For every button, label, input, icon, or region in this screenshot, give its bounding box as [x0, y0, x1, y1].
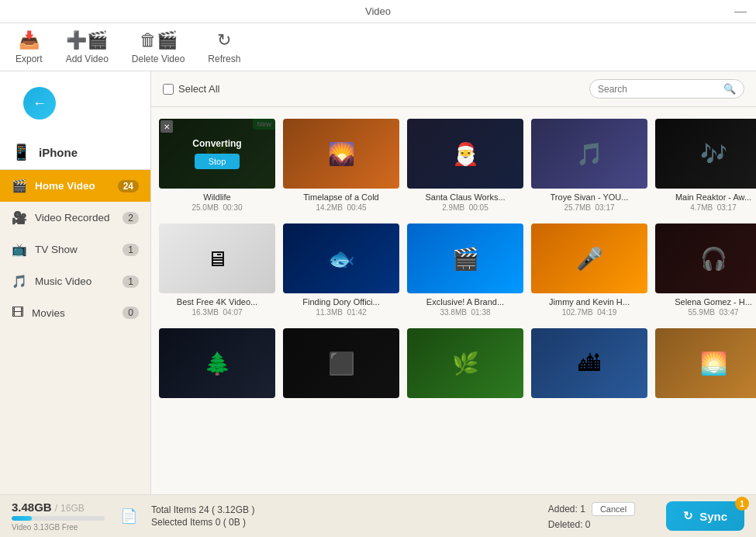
video-title-v2: Timelapse of a Cold [303, 192, 378, 202]
video-thumbnail-v9: 🎤 [531, 223, 647, 293]
content-area: Select All 🔍 🌿 ✕ New Converting Stop Wil… [151, 71, 756, 494]
content-header: Select All 🔍 [151, 71, 756, 107]
video-grid: 🌿 ✕ New Converting Stop Wildlife 25.0MB … [151, 107, 756, 494]
thumb-preview-v3: 🎅 [407, 119, 523, 189]
sidebar: ← 📱 iPhone 🎬 Home Video 24 🎥 Video Recor… [0, 71, 151, 494]
delete-video-icon: 🗑🎬 [140, 30, 178, 50]
search-input[interactable] [598, 84, 720, 95]
sidebar-icon-tv-show: 📺 [12, 242, 27, 257]
select-all-label: Select All [178, 83, 219, 95]
thumb-preview-v8: 🎬 [407, 223, 523, 293]
video-item-v12[interactable]: ⬛ [283, 328, 399, 402]
sidebar-count-tv-show: 1 [123, 244, 139, 256]
video-meta-v8: 33.8MB 01:38 [440, 308, 490, 317]
delete-video-button[interactable]: 🗑🎬 Delete Video [132, 30, 185, 64]
added-row: Added: 1 Cancel [548, 502, 635, 516]
thumb-preview-v11: 🌲 [159, 328, 275, 398]
sidebar-label-tv-show: TV Show [35, 244, 78, 255]
video-item-v10[interactable]: 🎧 Selena Gomez - H... 55.9MB 03:47 [655, 223, 756, 317]
thumb-preview-v9: 🎤 [531, 223, 647, 293]
added-info: Added: 1 Cancel Deleted: 0 [548, 502, 635, 530]
thumb-preview-v2: 🌄 [283, 119, 399, 189]
deleted-label: Deleted: 0 [548, 519, 591, 530]
close-icon[interactable]: ✕ [161, 120, 173, 133]
thumb-preview-v10: 🎧 [655, 223, 756, 293]
status-bar: 3.48GB / 16GB Video 3.13GB Free 📄 Total … [0, 494, 756, 537]
select-all-area: Select All [163, 83, 582, 95]
video-item-v8[interactable]: 🎬 Exclusive! A Brand... 33.8MB 01:38 [407, 223, 523, 317]
video-thumbnail-v6: 🖥 [159, 223, 275, 293]
back-button[interactable]: ← [23, 87, 56, 120]
toolbar: 📥 Export ➕🎬 Add Video 🗑🎬 Delete Video ↻ … [0, 23, 756, 71]
video-thumbnail-v4: 🎵 [531, 119, 647, 189]
selected-items: Selected Items 0 ( 0B ) [151, 517, 254, 528]
minimize-button[interactable]: — [734, 5, 747, 19]
video-item-v14[interactable]: 🏙 [531, 328, 647, 402]
video-thumbnail-v2: 🌄 [283, 119, 399, 189]
video-thumbnail-v3: 🎅 [407, 119, 523, 189]
video-item-v1[interactable]: 🌿 ✕ New Converting Stop Wildlife 25.0MB … [159, 119, 275, 212]
select-all-checkbox[interactable] [163, 84, 174, 95]
thumb-preview-v6: 🖥 [159, 223, 275, 293]
thumb-preview-v7: 🐟 [283, 223, 399, 293]
video-item-v13[interactable]: 🌿 [407, 328, 523, 402]
video-title-v5: Main Reaktor - Aw... [675, 192, 751, 202]
video-meta-v6: 16.3MB 04:07 [192, 308, 242, 317]
sidebar-item-tv-show[interactable]: 📺 TV Show 1 [0, 234, 150, 265]
sidebar-icon-video-recorded: 🎥 [12, 210, 27, 225]
storage-free-text: Video 3.13GB Free [12, 523, 105, 532]
video-item-v15[interactable]: 🌅 [655, 328, 756, 402]
video-thumbnail-v15: 🌅 [655, 328, 756, 398]
video-thumbnail-v8: 🎬 [407, 223, 523, 293]
device-label-row: 📱 iPhone [0, 135, 150, 170]
main-layout: ← 📱 iPhone 🎬 Home Video 24 🎥 Video Recor… [0, 71, 756, 494]
cancel-button[interactable]: Cancel [592, 502, 635, 516]
thumb-preview-v14: 🏙 [531, 328, 647, 398]
video-item-v5[interactable]: 🎶 Main Reaktor - Aw... 4.7MB 03:17 [655, 119, 756, 212]
thumb-preview-v12: ⬛ [283, 328, 399, 398]
thumb-preview-v4: 🎵 [531, 119, 647, 189]
deleted-row: Deleted: 0 [548, 519, 635, 530]
sidebar-items: 🎬 Home Video 24 🎥 Video Recorded 2 📺 TV … [0, 170, 150, 494]
video-meta-v10: 55.9MB 03:47 [688, 308, 738, 317]
thumb-preview-v13: 🌿 [407, 328, 523, 398]
video-meta-v4: 25.7MB 03:17 [564, 203, 614, 212]
refresh-button[interactable]: ↻ Refresh [208, 30, 240, 64]
converting-overlay: Converting Stop [159, 119, 275, 189]
storage-divider: / [55, 503, 57, 514]
added-label: Added: 1 [548, 504, 585, 514]
sidebar-item-video-recorded[interactable]: 🎥 Video Recorded 2 [0, 202, 150, 234]
thumb-preview-v15: 🌅 [655, 328, 756, 398]
video-item-v3[interactable]: 🎅 Santa Claus Works... 2.9MB 00:05 [407, 119, 523, 212]
sync-button[interactable]: ↻ Sync 1 [666, 501, 744, 531]
video-title-v7: Finding Dory Offici... [302, 297, 379, 307]
sidebar-icon-home-video: 🎬 [12, 178, 27, 193]
video-item-v6[interactable]: 🖥 Best Free 4K Video... 16.3MB 04:07 [159, 223, 275, 317]
video-item-v2[interactable]: 🌄 Timelapse of a Cold 14.2MB 00:45 [283, 119, 399, 212]
sidebar-label-home-video: Home Video [35, 180, 95, 192]
video-item-v11[interactable]: 🌲 [159, 328, 275, 402]
video-item-v7[interactable]: 🐟 Finding Dory Offici... 11.3MB 01:42 [283, 223, 399, 317]
sidebar-count-movies: 0 [123, 307, 139, 319]
info-icon: 📄 [120, 508, 137, 525]
export-button[interactable]: 📥 Export [16, 30, 43, 64]
video-thumbnail-v12: ⬛ [283, 328, 399, 398]
sync-icon: ↻ [683, 509, 693, 523]
video-thumbnail-v7: 🐟 [283, 223, 399, 293]
sidebar-count-video-recorded: 2 [123, 212, 139, 224]
sidebar-item-music-video[interactable]: 🎵 Music Video 1 [0, 265, 150, 297]
sidebar-item-movies[interactable]: 🎞 Movies 0 [0, 297, 150, 328]
back-icon: ← [33, 95, 47, 112]
add-video-button[interactable]: ➕🎬 Add Video [66, 30, 109, 64]
video-item-v4[interactable]: 🎵 Troye Sivan - YOU... 25.7MB 03:17 [531, 119, 647, 212]
sidebar-item-home-video[interactable]: 🎬 Home Video 24 [0, 170, 150, 202]
sidebar-label-movies: Movies [32, 307, 65, 319]
sync-badge: 1 [735, 497, 749, 511]
storage-used: 3.48GB [12, 501, 52, 514]
video-thumbnail-v1: 🌿 ✕ New Converting Stop [159, 119, 275, 189]
thumb-preview-v5: 🎶 [655, 119, 756, 189]
stop-button[interactable]: Stop [195, 154, 240, 169]
storage-total: 16GB [60, 503, 85, 514]
video-item-v9[interactable]: 🎤 Jimmy and Kevin H... 102.7MB 04:19 [531, 223, 647, 317]
video-thumbnail-v10: 🎧 [655, 223, 756, 293]
